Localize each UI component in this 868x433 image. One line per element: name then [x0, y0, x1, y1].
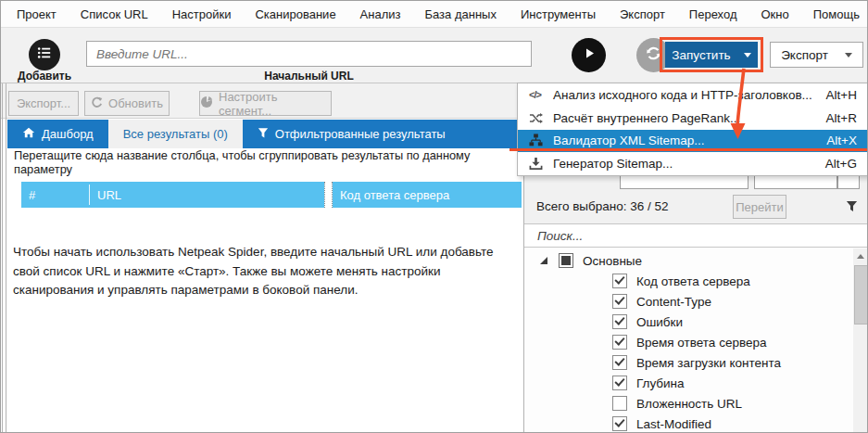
- column-header-status[interactable]: Код ответа сервера: [333, 182, 529, 208]
- segment-button[interactable]: Настроить сегмент...: [199, 91, 332, 116]
- tree-item-row[interactable]: Код ответа сервера: [524, 271, 849, 291]
- parameter-label: Content-Type: [636, 295, 711, 309]
- refresh-results-button[interactable]: Обновить: [84, 91, 170, 116]
- tab-all-results-label: Все результаты (0): [123, 127, 228, 141]
- export-dropdown-button[interactable]: Экспорт: [770, 42, 863, 68]
- tree-item-row[interactable]: Last-Modified: [524, 414, 849, 433]
- menu-item-shortcut: Alt+H: [826, 88, 857, 102]
- group-by-hint-text: Перетащите сюда название столбца, чтобы …: [14, 148, 522, 176]
- run-tools-dropdown-menu: </> Анализ исходного кода и HTTP-заголов…: [517, 83, 868, 176]
- selected-count-summary: Всего выбрано: 36 / 52: [536, 199, 669, 213]
- sidebar-filter-icon[interactable]: [846, 199, 858, 216]
- run-tools-button[interactable]: Запустить: [665, 42, 758, 68]
- tree-item-row[interactable]: Content-Type: [524, 291, 849, 312]
- menu-item-label: Валидатор XML Sitemap...: [553, 134, 819, 147]
- sitemap-icon: [529, 134, 553, 147]
- column-url-label: URL: [97, 188, 121, 202]
- scrollbar-thumb[interactable]: [854, 265, 868, 325]
- tree-item-row[interactable]: Вложенность URL: [524, 393, 849, 414]
- search-placeholder: Поиск...: [537, 229, 583, 243]
- menubar-item[interactable]: Настройки: [160, 7, 244, 21]
- column-header-number[interactable]: #: [21, 182, 96, 208]
- menubar-item[interactable]: Помощь: [801, 7, 868, 21]
- start-url-label: Начальный URL: [86, 70, 532, 83]
- run-tools-label: Запустить: [672, 48, 730, 62]
- menubar-item[interactable]: Переход: [677, 7, 749, 21]
- tree-scrollbar[interactable]: [853, 248, 868, 433]
- parameter-checkbox[interactable]: [612, 274, 627, 288]
- refresh-results-label: Обновить: [108, 96, 163, 110]
- parameter-checkbox[interactable]: [612, 335, 627, 350]
- export-results-label: Экспорт...: [17, 96, 70, 110]
- parameters-tree-list: Код ответа сервера Content-Type Ошибки В…: [524, 271, 849, 433]
- download-icon: [529, 157, 553, 171]
- results-table-header: # URL Код ответа сервера: [21, 182, 522, 208]
- menubar-item[interactable]: Инструменты: [509, 7, 608, 21]
- parameter-label: Время загрузки контента: [636, 356, 781, 370]
- tree-expander-icon[interactable]: [540, 257, 547, 264]
- tree-group-label: Основные: [583, 254, 642, 268]
- column-number-label: #: [29, 188, 35, 202]
- parameter-checkbox[interactable]: [612, 314, 627, 329]
- parameter-checkbox[interactable]: [612, 416, 627, 431]
- tree-group-osnovnye[interactable]: Основные: [524, 250, 849, 271]
- menubar: ПроектСписок URLНастройкиСканированиеАна…: [1, 1, 867, 27]
- add-url-button[interactable]: [29, 39, 60, 70]
- menubar-item[interactable]: Список URL: [69, 7, 160, 21]
- parameter-search-input[interactable]: Поиск...: [524, 223, 868, 248]
- shuffle-icon: [529, 111, 553, 125]
- scroll-up-button[interactable]: [853, 248, 868, 263]
- parameter-checkbox[interactable]: [612, 376, 627, 390]
- parameter-label: Время ответа сервера: [636, 336, 766, 350]
- home-icon: [22, 126, 35, 142]
- netpeak-spider-window: ПроектСписок URLНастройкиСканированиеАна…: [0, 0, 868, 433]
- left-splitter-line: [6, 83, 6, 433]
- parameter-checkbox[interactable]: [612, 396, 627, 411]
- menubar-item[interactable]: Экспорт: [608, 7, 677, 21]
- menubar-item[interactable]: База данных: [413, 7, 509, 21]
- results-tabstrip: Дашборд Все результаты (0) Отфильтрованн…: [7, 120, 522, 148]
- tab-dashboard-label: Дашборд: [42, 127, 94, 141]
- go-button-label: Перейти: [736, 200, 784, 214]
- parameter-checkbox[interactable]: [612, 355, 627, 370]
- code-icon: </>: [529, 89, 553, 100]
- chevron-down-icon: [744, 53, 751, 57]
- play-icon: [581, 45, 597, 65]
- export-label: Экспорт: [781, 48, 828, 62]
- tab-dashboard[interactable]: Дашборд: [7, 120, 108, 148]
- parameter-checkbox[interactable]: [612, 294, 627, 309]
- start-url-input[interactable]: [86, 41, 532, 67]
- menu-item-shortcut: Alt+R: [826, 111, 857, 125]
- tree-item-row[interactable]: Время ответа сервера: [524, 332, 849, 352]
- parameter-label: Глубина: [636, 376, 685, 390]
- filter-icon: [258, 127, 269, 142]
- menu-item-shortcut: Alt+G: [825, 157, 857, 171]
- menu-item-internal-pagerank[interactable]: Расчёт внутреннего PageRank... Alt+R: [518, 107, 868, 130]
- menubar-item[interactable]: Проект: [5, 7, 69, 21]
- list-add-icon: [37, 45, 52, 64]
- pinned-column-splitter[interactable]: [324, 182, 333, 208]
- menubar-item[interactable]: Сканирование: [243, 7, 347, 21]
- menu-item-label: Расчёт внутреннего PageRank...: [553, 111, 819, 125]
- segment-label: Настроить сегмент...: [219, 90, 331, 118]
- column-status-label: Код ответа сервера: [340, 188, 449, 202]
- pie-segment-icon: [200, 96, 213, 111]
- group-checkbox[interactable]: [559, 253, 573, 268]
- menu-item-source-code-analysis[interactable]: </> Анализ исходного кода и HTTP-заголов…: [518, 83, 868, 107]
- tab-filtered-results-label: Отфильтрованные результаты: [275, 127, 446, 141]
- menubar-item[interactable]: Анализ: [348, 7, 413, 21]
- tree-item-row[interactable]: Глубина: [524, 373, 849, 393]
- tree-item-row[interactable]: Время загрузки контента: [524, 352, 849, 373]
- menubar-item[interactable]: Окно: [749, 7, 801, 21]
- column-header-url[interactable]: URL: [90, 182, 331, 208]
- scroll-up-icon: [857, 254, 864, 259]
- left-splitter-line: [2, 83, 3, 433]
- tab-filtered-results[interactable]: Отфильтрованные результаты: [243, 120, 460, 148]
- menu-item-sitemap-generator[interactable]: Генератор Sitemap... Alt+G: [518, 152, 868, 175]
- go-button[interactable]: Перейти: [733, 195, 786, 219]
- parameter-label: Код ответа сервера: [636, 274, 750, 288]
- tab-all-results[interactable]: Все результаты (0): [108, 120, 243, 148]
- start-crawl-button[interactable]: [572, 38, 606, 72]
- export-results-button[interactable]: Экспорт...: [8, 91, 79, 116]
- tree-item-row[interactable]: Ошибки: [524, 312, 849, 332]
